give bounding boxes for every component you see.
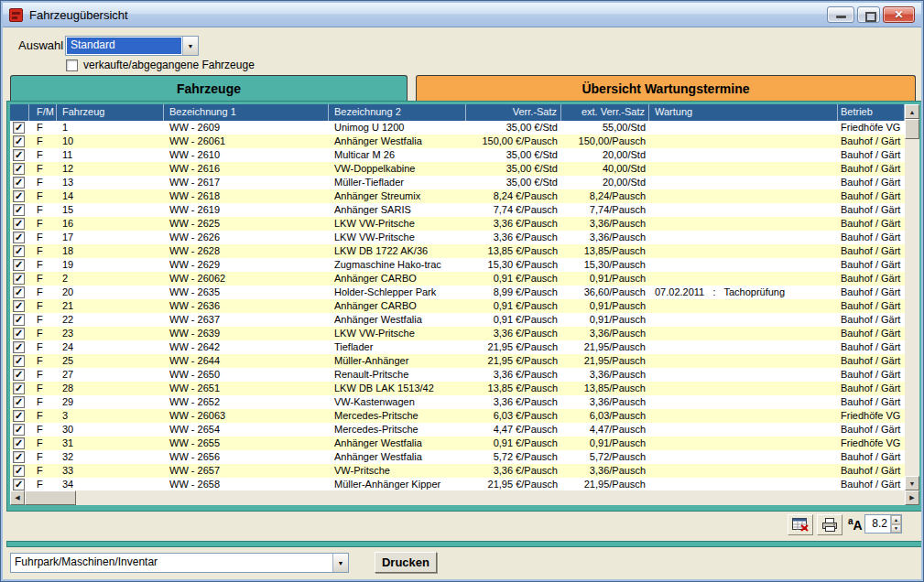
sold-vehicles-checkbox[interactable] (66, 59, 78, 71)
row-checkbox[interactable]: ✓ (13, 204, 25, 216)
column-header-cb[interactable] (10, 104, 29, 121)
row-checkbox[interactable]: ✓ (13, 396, 25, 408)
row-checkbox[interactable]: ✓ (13, 122, 25, 134)
minimize-button[interactable] (827, 6, 854, 23)
cell-bez1: WW - 2655 (164, 436, 329, 450)
row-checkbox[interactable]: ✓ (13, 479, 25, 490)
export-table-button[interactable] (788, 514, 813, 535)
column-header-verr[interactable]: Verr.-Satz (466, 104, 561, 121)
row-checkbox[interactable]: ✓ (13, 328, 25, 340)
row-checkbox[interactable]: ✓ (13, 465, 25, 477)
spinner-up-button[interactable]: ▲ (891, 515, 901, 524)
row-checkbox[interactable]: ✓ (13, 369, 25, 381)
row-checkbox[interactable]: ✓ (13, 300, 25, 312)
row-checkbox[interactable]: ✓ (13, 149, 25, 161)
row-checkbox[interactable]: ✓ (13, 437, 25, 449)
table-row[interactable]: ✓F32WW - 2656Anhänger Westfalia5,72 €/Pa… (10, 450, 905, 464)
scroll-left-button[interactable]: ◀ (10, 490, 25, 505)
column-header-betrieb[interactable]: Betrieb (838, 104, 905, 121)
cell-wartung (649, 382, 838, 395)
table-row[interactable]: ✓F27WW - 2650Renault-Pritsche3,36 €/Paus… (10, 368, 905, 382)
table-row[interactable]: ✓F13WW - 2617Müller-Tieflader35,00 €/Std… (10, 176, 905, 189)
row-checkbox[interactable]: ✓ (13, 135, 25, 147)
table-row[interactable]: ✓F23WW - 2639LKW VW-Pritsche3,36 €/Pausc… (10, 327, 905, 340)
table-row[interactable]: ✓F17WW - 2626LKW VW-Pritsche3,36 €/Pausc… (10, 231, 905, 244)
row-checkbox[interactable]: ✓ (13, 314, 25, 326)
row-checkbox[interactable]: ✓ (13, 163, 25, 175)
row-checkbox[interactable]: ✓ (13, 355, 25, 367)
table-header-row: F/MFahrzeugBezeichnung 1Bezeichnung 2Ver… (10, 104, 905, 121)
table-row[interactable]: ✓F18WW - 2628LKW DB 1722 AK/3613,85 €/Pa… (10, 244, 905, 258)
auswahl-dropdown-button[interactable]: ▼ (182, 37, 198, 55)
auswahl-combobox[interactable]: Standard ▼ (65, 36, 199, 56)
row-checkbox[interactable]: ✓ (13, 190, 25, 202)
row-checkbox[interactable]: ✓ (13, 286, 25, 298)
scroll-left-icon: ◀ (15, 494, 19, 501)
vertical-scrollbar-thumb[interactable] (905, 119, 919, 139)
column-header-bez1[interactable]: Bezeichnung 1 (164, 104, 329, 121)
table-row[interactable]: ✓F28WW - 2651LKW DB LAK 1513/4213,85 €/P… (10, 382, 905, 395)
spinner-down-button[interactable]: ▼ (891, 524, 901, 534)
table-row[interactable]: ✓F15WW - 2619Anhänger SARIS7,74 €/Pausch… (10, 203, 905, 217)
table-row[interactable]: ✓F3WW - 26063Mercedes-Pritsche6,03 €/Pau… (10, 409, 905, 423)
table-row[interactable]: ✓F34WW - 2658Müller-Anhänger Kipper21,95… (10, 478, 905, 490)
horizontal-scrollbar-thumb[interactable] (25, 490, 76, 505)
row-checkbox[interactable]: ✓ (13, 232, 25, 243)
table-row[interactable]: ✓F20WW - 2635Holder-Schlepper Park8,99 €… (10, 286, 905, 299)
cell-betrieb: Bauhof / Gärt (838, 340, 905, 354)
cell-bez2: Anhänger SARIS (329, 203, 466, 217)
table-row[interactable]: ✓F16WW - 2625LKW VW-Pritsche3,36 €/Pausc… (10, 217, 905, 231)
cell-ext: 3,36/Pausch (561, 368, 649, 382)
close-button[interactable]: ✕ (883, 6, 915, 23)
row-checkbox[interactable]: ✓ (13, 410, 25, 422)
print-button[interactable]: Drucken (375, 552, 437, 573)
table-row[interactable]: ✓F31WW - 2655Anhänger Westfalia0,91 €/Pa… (10, 436, 905, 450)
table-row[interactable]: ✓F22WW - 2637Anhänger Westfalia0,91 €/Pa… (10, 313, 905, 327)
table-row[interactable]: ✓F14WW - 2618Anhänger Streumix8,24 €/Pau… (10, 189, 905, 203)
column-header-bez2[interactable]: Bezeichnung 2 (329, 104, 466, 121)
table-row[interactable]: ✓F11WW - 2610Multicar M 2635,00 €/Std20,… (10, 148, 905, 162)
cell-nr: 19 (57, 258, 164, 272)
table-row[interactable]: ✓F1WW - 2609Unimog U 120035,00 €/Std55,0… (10, 121, 905, 135)
row-checkbox[interactable]: ✓ (13, 341, 25, 353)
table-row[interactable]: ✓F25WW - 2644Müller-Anhänger21,95 €/Paus… (10, 354, 905, 368)
table-row[interactable]: ✓F30WW - 2654Mercedes-Pritsche4,47 €/Pau… (10, 423, 905, 436)
cell-nr: 32 (57, 450, 164, 464)
column-header-fm[interactable]: F/M (29, 104, 57, 121)
table-row[interactable]: ✓F2WW - 26062Anhänger CARBO0,91 €/Pausch… (10, 272, 905, 286)
tab-wartungstermine[interactable]: Übersicht Wartungstermine (416, 75, 916, 101)
row-checkbox[interactable]: ✓ (13, 218, 25, 230)
print-list-button[interactable] (817, 514, 842, 535)
table-row[interactable]: ✓F33WW - 2657VW-Pritsche3,36 €/Pausch3,3… (10, 464, 905, 478)
vertical-scrollbar[interactable]: ▲ ▼ (905, 104, 919, 490)
maximize-button[interactable] (857, 6, 880, 23)
row-checkbox[interactable]: ✓ (13, 424, 25, 436)
table-row[interactable]: ✓F10WW - 26061Anhänger Westfalia150,00 €… (10, 135, 905, 148)
table-row[interactable]: ✓F24WW - 2642Tieflader21,95 €/Pausch21,9… (10, 340, 905, 354)
column-header-ext[interactable]: ext. Verr.-Satz (561, 104, 649, 121)
font-size-value[interactable]: 8.2 (865, 515, 890, 533)
cell-betrieb: Bauhof / Gärt (838, 135, 905, 148)
scroll-right-button[interactable]: ▶ (905, 490, 919, 505)
table-row[interactable]: ✓F29WW - 2652VW-Kastenwagen3,36 €/Pausch… (10, 395, 905, 409)
titlebar[interactable]: Fahrzeugübersicht ✕ (3, 3, 921, 27)
scroll-down-button[interactable]: ▼ (905, 476, 919, 490)
row-checkbox[interactable]: ✓ (13, 245, 25, 257)
row-checkbox[interactable]: ✓ (13, 177, 25, 189)
row-checkbox[interactable]: ✓ (13, 451, 25, 463)
report-dropdown-button[interactable]: ▼ (332, 554, 348, 572)
table-row[interactable]: ✓F19WW - 2629Zugmaschine Hako-trac15,30 … (10, 258, 905, 272)
column-header-wartung[interactable]: Wartung (649, 104, 838, 121)
column-header-nr[interactable]: Fahrzeug (57, 104, 164, 121)
horizontal-scrollbar[interactable]: ◀ ▶ (10, 490, 919, 505)
font-size-spinner[interactable]: 8.2 ▲ ▼ (864, 514, 902, 534)
tab-fahrzeuge[interactable]: Fahrzeuge (10, 75, 408, 101)
row-checkbox[interactable]: ✓ (13, 383, 25, 394)
scroll-up-button[interactable]: ▲ (905, 104, 919, 119)
table-row[interactable]: ✓F21WW - 2636Anhänger CARBO0,91 €/Pausch… (10, 299, 905, 313)
row-checkbox[interactable]: ✓ (13, 273, 25, 285)
table-row[interactable]: ✓F12WW - 2616VW-Doppelkabine35,00 €/Std4… (10, 162, 905, 176)
report-combobox[interactable]: Fuhrpark/Maschinen/Inventar ▼ (10, 553, 349, 573)
row-checkbox[interactable]: ✓ (13, 259, 25, 271)
cell-ext: 7,74/Pausch (561, 203, 649, 217)
